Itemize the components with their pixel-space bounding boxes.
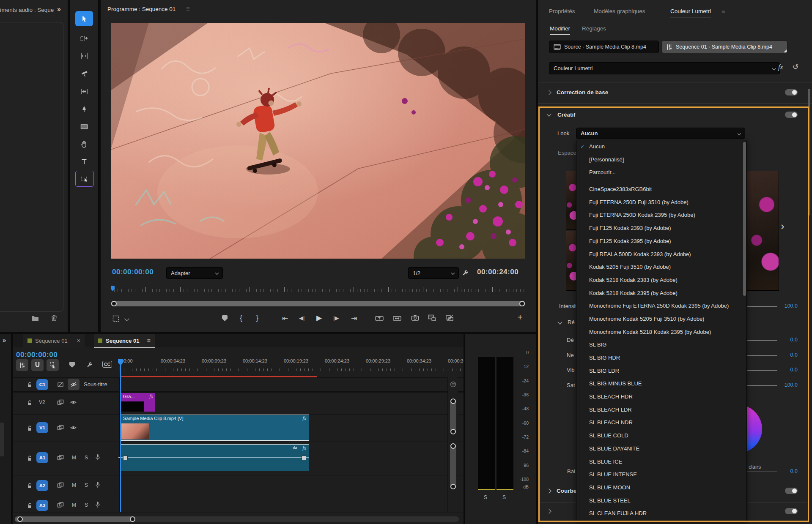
solo-button[interactable]: S <box>85 502 88 508</box>
audio-clip[interactable]: fx <box>121 445 309 471</box>
fit-select[interactable]: Adapter <box>166 267 223 279</box>
track-badge-a3[interactable]: A3 <box>36 500 48 511</box>
look-menu-item[interactable]: Fuji ETERNA 250D Fuji 3510 (by Adobe) <box>576 196 746 209</box>
section-chevron[interactable] <box>546 509 551 513</box>
captions-visibility-off-button[interactable] <box>68 379 80 390</box>
slider-track[interactable] <box>747 370 777 371</box>
play-button[interactable]: ▶ <box>316 314 322 322</box>
look-menu-item[interactable]: Fuji F125 Kodak 2395 (by Adobe) <box>576 235 746 248</box>
look-menu-item[interactable]: Monochrome Kodak 5218 Kodak 2395 (by Ado… <box>576 326 746 339</box>
subtab-settings[interactable]: Réglages <box>582 25 606 32</box>
collapse-chevron[interactable]: » <box>3 336 6 344</box>
lumetri-scrollbar[interactable] <box>808 89 810 216</box>
keyframe-handle[interactable] <box>123 456 128 460</box>
solo-button[interactable]: S <box>85 482 88 488</box>
look-menu-item[interactable]: SL BIG HDR <box>576 352 746 365</box>
look-menu-item[interactable]: [Personnalisé] <box>576 153 746 166</box>
look-menu-item[interactable]: SL BIG LDR <box>576 365 746 378</box>
slider-track[interactable] <box>747 340 777 341</box>
creative-toggle[interactable] <box>785 112 798 118</box>
section-chevron[interactable] <box>546 90 551 95</box>
trash-icon[interactable] <box>50 314 58 322</box>
look-menu-item[interactable]: SL BLUE COLD <box>576 429 746 442</box>
tab-lumetri-color[interactable]: Couleur Lumetri <box>670 8 711 17</box>
rectangle-tool[interactable] <box>75 119 93 134</box>
button-editor-plus[interactable]: + <box>518 313 523 322</box>
tab-sequence-01-b[interactable]: Sequence 01 ≡ <box>94 334 155 348</box>
panel-expand-chevron[interactable]: » <box>57 5 61 13</box>
subtab-edit[interactable]: Modifier <box>550 25 570 35</box>
look-menu-item[interactable]: Monochrome Fuji ETERNA 250D Kodak 2395 (… <box>576 300 746 313</box>
mute-button[interactable]: M <box>72 502 76 508</box>
lock-icon[interactable] <box>26 482 33 489</box>
hscroll-left-handle[interactable] <box>17 516 23 522</box>
look-menu-item[interactable]: SL BLEACH HDR <box>576 390 746 404</box>
look-menu-item[interactable]: Parcourir... <box>576 166 746 179</box>
look-menu-item[interactable]: Kodak 5205 Fuji 3510 (by Adobe) <box>576 261 746 274</box>
object-selection-tool[interactable] <box>75 171 94 187</box>
section-curves[interactable]: Courbe <box>557 488 576 494</box>
audio-zoom-bar[interactable] <box>450 444 456 489</box>
lock-icon[interactable] <box>26 455 33 461</box>
program-timecode[interactable]: 00:00:00:00 <box>112 268 154 276</box>
intensity-slider[interactable] <box>747 306 777 307</box>
sequence-clip-button[interactable]: Sequence 01 · Sample Media Clip 8.mp4 <box>661 41 787 53</box>
sync-lock-icon[interactable] <box>57 454 64 461</box>
panel-menu-icon[interactable]: ≡ <box>721 7 725 14</box>
look-preview-right[interactable] <box>747 171 779 291</box>
new-bin-icon[interactable] <box>30 314 40 322</box>
keyframe-handle[interactable] <box>302 456 306 460</box>
docked-panel-sliver[interactable] <box>0 423 4 456</box>
bin-area[interactable] <box>0 22 63 312</box>
look-menu-item[interactable]: SL BLUE STEEL <box>576 494 746 508</box>
slider-value[interactable]: 0.0 <box>779 337 798 343</box>
hand-tool[interactable] <box>75 136 93 152</box>
solo-right-button[interactable]: S <box>502 494 506 500</box>
panel-menu-icon[interactable]: ≡ <box>147 337 151 344</box>
look-preview-left[interactable] <box>566 171 577 230</box>
playback-resolution-select[interactable]: 1/2 <box>408 267 459 279</box>
slider-value[interactable]: 100.0 <box>779 382 798 388</box>
timeline-hscrollbar[interactable] <box>15 516 459 522</box>
razor-tool[interactable] <box>75 66 93 81</box>
effect-select[interactable]: Couleur Lumetri <box>549 62 780 74</box>
extract-icon[interactable] <box>392 314 402 322</box>
mic-icon[interactable] <box>95 481 101 489</box>
timeline-ruler[interactable]: :00:0000:00:04:2300:00:09:2300:00:14:230… <box>120 358 464 377</box>
look-menu-item[interactable]: SL CLEAN FUJI A HDR <box>576 507 746 520</box>
balance-value[interactable]: 0.0 <box>779 468 798 474</box>
add-marker-icon[interactable] <box>222 315 228 321</box>
track-output-off-icon[interactable] <box>57 381 64 388</box>
track-badge-v2[interactable]: V2 <box>39 399 45 405</box>
mic-icon[interactable] <box>95 453 101 461</box>
look-menu-item[interactable]: SL BLUE INTENSE <box>576 468 746 481</box>
balance-slider[interactable] <box>747 472 777 472</box>
height-preset-icon[interactable] <box>450 381 456 388</box>
look-menu-item[interactable]: Fuji REALA 500D Kodak 2393 (by Adobe) <box>576 248 746 261</box>
look-menu-item[interactable]: Fuji ETERNA 250D Kodak 2395 (by Adobe) <box>576 209 746 222</box>
adjust-chevron[interactable] <box>557 319 562 324</box>
step-back-button[interactable]: ◀| <box>299 315 304 321</box>
scrollbar-left-handle[interactable] <box>111 301 117 306</box>
graphic-clip[interactable]: Gra... fx <box>121 393 155 412</box>
sync-lock-icon[interactable] <box>57 481 64 489</box>
look-menu-item[interactable]: SL BIG MINUS BLUE <box>576 377 746 390</box>
look-menu-item[interactable]: SL BLEACH LDR <box>576 404 746 417</box>
section-chevron[interactable] <box>546 112 551 116</box>
look-select[interactable]: Aucun <box>576 128 745 139</box>
section-chevron[interactable] <box>546 489 551 493</box>
scrollbar-right-handle[interactable] <box>519 301 525 306</box>
look-menu-item[interactable]: SL BLUE DAY4NITE <box>576 442 746 456</box>
linked-selection-button[interactable] <box>47 359 59 371</box>
captions-cc-button[interactable]: CC <box>102 361 112 368</box>
pen-tool[interactable] <box>75 101 93 117</box>
sync-lock-icon[interactable] <box>57 424 64 431</box>
add-marker-icon[interactable] <box>69 362 75 368</box>
insert-clip-icon[interactable] <box>428 314 437 322</box>
look-preview-left2[interactable] <box>566 231 577 291</box>
track-badge-c1[interactable]: C1 <box>36 379 48 390</box>
lock-icon[interactable] <box>26 399 33 406</box>
track-select-forward-tool[interactable] <box>75 30 93 46</box>
source-clip-button[interactable]: Source · Sample Media Clip 8.mp4 <box>549 41 659 53</box>
step-forward-button[interactable]: |▶ <box>333 315 339 321</box>
